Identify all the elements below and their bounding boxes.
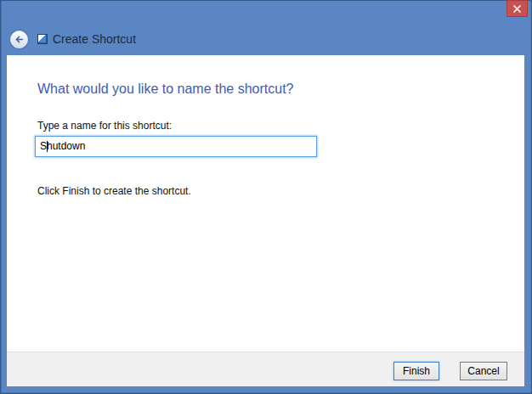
shortcut-icon (37, 34, 48, 44)
window-title: Create Shortcut (53, 32, 136, 47)
text-caret (47, 141, 48, 152)
shortcut-name-label: Type a name for this shortcut: (37, 120, 524, 132)
shortcut-name-input[interactable]: Shutdown (35, 136, 317, 157)
footer-button-bar: Finish Cancel (7, 352, 524, 386)
close-icon (513, 5, 521, 13)
finish-button[interactable]: Finish (393, 362, 439, 380)
wizard-content: What would you like to name the shortcut… (7, 55, 524, 352)
cancel-button[interactable]: Cancel (460, 362, 507, 380)
titlebar: Create Shortcut (0, 0, 532, 55)
create-shortcut-window: Create Shortcut What would you like to n… (0, 0, 532, 394)
finish-instruction: Click Finish to create the shortcut. (37, 185, 524, 197)
back-arrow-icon (14, 35, 24, 44)
close-button[interactable] (507, 0, 528, 17)
wizard-heading: What would you like to name the shortcut… (37, 81, 509, 97)
back-button[interactable] (10, 31, 28, 48)
wizard-client-area: What would you like to name the shortcut… (7, 55, 524, 386)
